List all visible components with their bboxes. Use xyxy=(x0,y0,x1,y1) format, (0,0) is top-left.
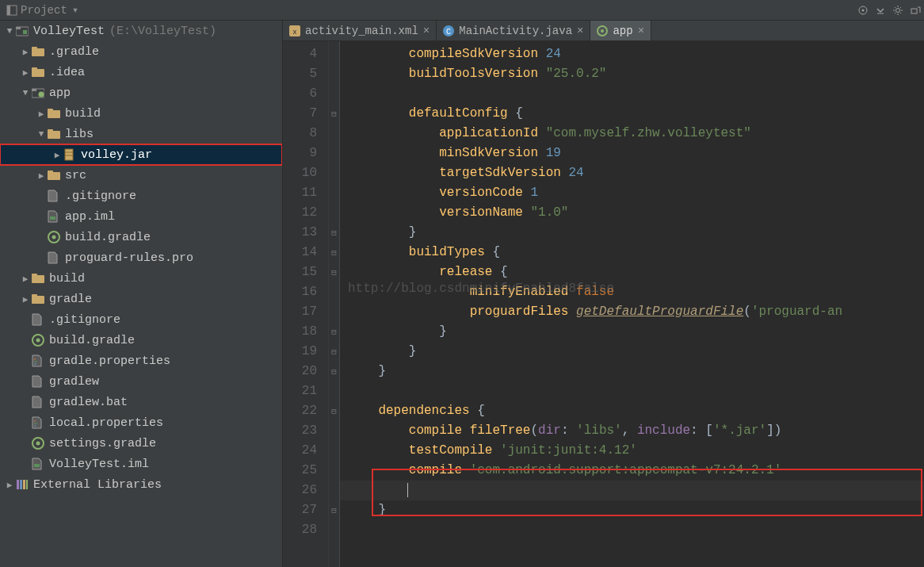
tree-item-local-properties[interactable]: local.properties xyxy=(0,412,282,433)
code-line[interactable]: applicationId "com.myself.zhw.volleytest… xyxy=(340,124,924,144)
tree-item-gradlew[interactable]: gradlew xyxy=(0,371,282,392)
expand-arrow-icon[interactable]: ▶ xyxy=(19,294,32,305)
tree-item-build-gradle[interactable]: build.gradle xyxy=(0,330,282,351)
tree-item--idea[interactable]: ▶.idea xyxy=(0,62,282,82)
code-line[interactable]: proguardFiles getDefaultProguardFile('pr… xyxy=(340,302,924,322)
code-line[interactable]: minSdkVersion 19 xyxy=(340,144,924,163)
tree-item-app[interactable]: ▼app xyxy=(0,82,282,103)
tree-item-gradle-properties[interactable]: gradle.properties xyxy=(0,351,282,371)
code-text-area[interactable]: compileSdkVersion 24 buildToolsVersion "… xyxy=(340,41,924,567)
code-line[interactable]: compileSdkVersion 24 xyxy=(340,44,924,64)
tree-item-build[interactable]: ▶build xyxy=(0,103,282,124)
code-line[interactable]: release { xyxy=(340,262,924,282)
tree-item--gradle[interactable]: ▶.gradle xyxy=(0,41,282,62)
tree-item-app-iml[interactable]: app.iml xyxy=(0,206,282,227)
expand-arrow-icon[interactable]: ▶ xyxy=(35,109,48,119)
fold-toggle-icon[interactable]: ⊟ xyxy=(329,362,339,381)
tree-item-gradle[interactable]: ▶gradle xyxy=(0,289,282,309)
line-number[interactable]: 16 xyxy=(283,282,328,302)
code-line[interactable] xyxy=(340,84,924,104)
code-line[interactable]: defaultConfig { xyxy=(340,104,924,124)
fold-toggle-icon[interactable]: ⊟ xyxy=(329,401,339,421)
code-line[interactable]: testCompile 'junit:junit:4.12' xyxy=(340,441,924,461)
project-scope-dropdown[interactable]: ▾ xyxy=(72,3,78,17)
line-number[interactable]: 6 xyxy=(283,84,328,104)
tree-item--gitignore[interactable]: .gitignore xyxy=(0,186,282,206)
expand-arrow-icon[interactable]: ▶ xyxy=(51,150,63,160)
code-line[interactable]: } xyxy=(340,500,924,520)
code-line[interactable]: } xyxy=(340,322,924,342)
line-number[interactable]: 9 xyxy=(283,144,328,163)
tree-item-proguard-rules-pro[interactable]: proguard-rules.pro xyxy=(0,247,282,268)
line-number[interactable]: 19 xyxy=(283,342,328,362)
locate-file-icon[interactable] xyxy=(854,2,872,19)
tree-item-src[interactable]: ▶src xyxy=(0,165,282,186)
line-number[interactable]: 24 xyxy=(283,441,328,461)
fold-toggle-icon[interactable]: ⊟ xyxy=(329,104,339,124)
code-line[interactable]: targetSdkVersion 24 xyxy=(340,163,924,183)
close-icon[interactable]: × xyxy=(577,25,583,37)
tree-item-build[interactable]: ▶build xyxy=(0,268,282,289)
tree-item-external-libraries[interactable]: ▶External Libraries xyxy=(0,474,282,495)
code-line[interactable]: } xyxy=(340,362,924,381)
tab-app[interactable]: app× xyxy=(590,21,651,40)
line-number[interactable]: 20 xyxy=(283,362,328,381)
line-number[interactable]: 21 xyxy=(283,381,328,401)
line-number[interactable]: 11 xyxy=(283,183,328,203)
fold-toggle-icon[interactable]: ⊟ xyxy=(329,342,339,362)
code-line[interactable] xyxy=(340,520,924,540)
code-line[interactable] xyxy=(340,381,924,401)
hide-toolwindow-icon[interactable] xyxy=(907,2,924,19)
line-number[interactable]: 7 xyxy=(283,104,328,124)
line-number[interactable]: 15 xyxy=(283,262,328,282)
code-line[interactable]: buildTypes { xyxy=(340,243,924,262)
line-number[interactable]: 28 xyxy=(283,520,328,540)
tree-item-volleytest-iml[interactable]: VolleyTest.iml xyxy=(0,454,282,474)
line-number[interactable]: 23 xyxy=(283,421,328,441)
expand-arrow-icon[interactable]: ▼ xyxy=(3,26,16,36)
tree-item--gitignore[interactable]: .gitignore xyxy=(0,309,282,330)
fold-toggle-icon[interactable]: ⊟ xyxy=(329,322,339,342)
code-line[interactable]: } xyxy=(340,223,924,243)
settings-gear-icon[interactable] xyxy=(889,2,907,19)
code-line[interactable]: compile fileTree(dir: 'libs', include: [… xyxy=(340,421,924,441)
line-number[interactable]: 10 xyxy=(283,163,328,183)
code-line[interactable]: dependencies { xyxy=(340,401,924,421)
tree-item-volleytest[interactable]: ▼VolleyTest(E:\VolleyTest) xyxy=(0,21,282,41)
line-number[interactable]: 13 xyxy=(283,223,328,243)
code-line[interactable]: buildToolsVersion "25.0.2" xyxy=(340,64,924,84)
line-number[interactable]: 25 xyxy=(283,461,328,481)
line-number[interactable]: 5 xyxy=(283,64,328,84)
line-number[interactable]: 27 xyxy=(283,500,328,520)
tree-item-libs[interactable]: ▼libs xyxy=(0,124,282,144)
close-icon[interactable]: × xyxy=(423,25,430,37)
code-line[interactable]: minifyEnabled false xyxy=(340,282,924,302)
expand-arrow-icon[interactable]: ▶ xyxy=(35,170,48,181)
code-line[interactable]: compile 'com.android.support:appcompat-v… xyxy=(340,461,924,481)
expand-arrow-icon[interactable]: ▶ xyxy=(3,480,16,490)
line-number-gutter[interactable]: 4567891011121314151617181920212223242526… xyxy=(283,41,329,567)
tree-item-gradlew-bat[interactable]: gradlew.bat xyxy=(0,392,282,412)
code-editor[interactable]: 4567891011121314151617181920212223242526… xyxy=(283,41,924,567)
line-number[interactable]: 26 xyxy=(283,481,328,500)
tree-item-settings-gradle[interactable]: settings.gradle xyxy=(0,433,282,454)
expand-arrow-icon[interactable]: ▶ xyxy=(19,67,32,78)
tree-item-volley-jar[interactable]: ▶volley.jar xyxy=(0,144,282,165)
expand-arrow-icon[interactable]: ▼ xyxy=(19,88,32,98)
fold-toggle-icon[interactable]: ⊟ xyxy=(329,262,339,282)
expand-arrow-icon[interactable]: ▶ xyxy=(19,274,32,284)
code-line[interactable] xyxy=(340,481,924,500)
expand-arrow-icon[interactable]: ▼ xyxy=(35,129,48,139)
fold-toggle-icon[interactable]: ⊟ xyxy=(329,243,339,262)
tree-item-build-gradle[interactable]: build.gradle xyxy=(0,227,282,247)
collapse-all-icon[interactable] xyxy=(872,2,889,19)
line-number[interactable]: 14 xyxy=(283,243,328,262)
code-line[interactable]: versionName "1.0" xyxy=(340,203,924,223)
code-line[interactable]: versionCode 1 xyxy=(340,183,924,203)
line-number[interactable]: 12 xyxy=(283,203,328,223)
project-tree[interactable]: ▼VolleyTest(E:\VolleyTest)▶.gradle▶.idea… xyxy=(0,21,283,567)
close-icon[interactable]: × xyxy=(638,25,644,37)
tab-activity-main-xml[interactable]: xactivity_main.xml× xyxy=(283,21,437,40)
tab-mainactivity-java[interactable]: CMainActivity.java× xyxy=(437,21,590,40)
line-number[interactable]: 22 xyxy=(283,401,328,421)
